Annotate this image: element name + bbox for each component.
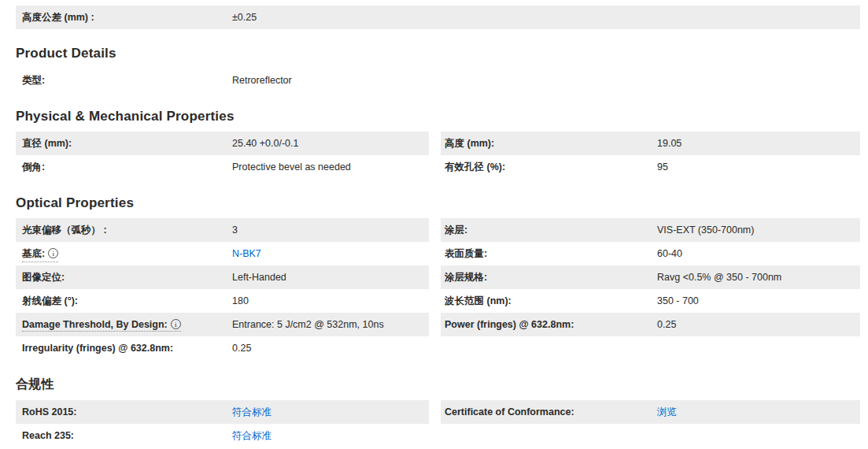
spec-label: Certificate of Conformance: (441, 400, 657, 424)
spec-row: 射线偏差 (°): 180 波长范围 (nm): 350 - 700 (16, 289, 860, 313)
spec-cell-left: 射线偏差 (°): 180 (16, 289, 429, 313)
spec-cell-left: Irregularity (fringes) @ 632.8nm: 0.25 (16, 336, 429, 360)
tooltip-label[interactable]: 基底: (22, 247, 58, 262)
spec-value: 3 (232, 224, 429, 236)
spec-cell-right: 涂层: VIS-EXT (350-700nm) (441, 218, 860, 242)
spec-label: Irregularity (fringes) @ 632.8nm: (16, 336, 232, 360)
spec-value: 符合标准 (232, 406, 429, 419)
spec-value: VIS-EXT (350-700nm) (657, 224, 860, 236)
spec-cell-right: Power (fringes) @ 632.8nm: 0.25 (441, 313, 860, 336)
spec-label: 直径 (mm): (16, 132, 232, 155)
spec-value: 0.25 (657, 319, 860, 330)
info-icon[interactable] (171, 319, 181, 329)
spec-row: 倒角: Protective bevel as needed 有效孔径 (%):… (16, 155, 860, 179)
spec-label: 射线偏差 (°): (16, 289, 232, 313)
section-heading-optical: Optical Properties (16, 195, 860, 211)
spec-value: 350 - 700 (657, 295, 860, 306)
spec-label: Damage Threshold, By Design: (16, 313, 232, 336)
section-heading-compliance: 合规性 (16, 377, 860, 393)
spec-value: Ravg <0.5% @ 350 - 700nm (657, 272, 860, 283)
spec-row: RoHS 2015: 符合标准 Certificate of Conforman… (16, 400, 860, 424)
column-divider (429, 313, 441, 336)
spec-cell-right: Certificate of Conformance: 浏览 (441, 400, 860, 424)
spec-table-compliance: RoHS 2015: 符合标准 Certificate of Conforman… (16, 400, 860, 447)
section-heading-physical-mechanical: Physical & Mechanical Properties (16, 109, 860, 124)
column-divider (429, 400, 441, 424)
spec-label: 类型: (16, 69, 232, 92)
column-divider (429, 155, 441, 179)
column-divider (429, 218, 441, 242)
spec-label: Power (fringes) @ 632.8nm: (441, 313, 657, 336)
spec-value: 60-40 (657, 248, 860, 259)
spec-value: Left-Handed (232, 272, 429, 283)
spec-row: 类型: Retroreflector (16, 69, 860, 92)
spec-row: 基底: N-BK7 表面质量: 60-40 (16, 242, 860, 265)
spec-label: 光束偏移（弧秒） : (16, 218, 232, 242)
spec-cell-right (441, 424, 860, 447)
spec-cell-left: 直径 (mm): 25.40 +0.0/-0.1 (16, 132, 429, 155)
info-icon[interactable] (48, 248, 58, 258)
spec-cell-right: 表面质量: 60-40 (441, 242, 860, 265)
spec-cell-left: RoHS 2015: 符合标准 (16, 400, 429, 424)
spec-label: 涂层规格: (441, 265, 657, 289)
spec-label: 图像定位: (16, 265, 232, 289)
spec-cell-right: 涂层规格: Ravg <0.5% @ 350 - 700nm (441, 265, 860, 289)
spec-row: Damage Threshold, By Design: Entrance: 5… (16, 313, 860, 336)
reach-compliance-link[interactable]: 符合标准 (232, 430, 271, 441)
spec-cell-left: 基底: N-BK7 (16, 242, 429, 265)
spec-page: 高度公差 (mm) : ±0.25 Product Details 类型: Re… (0, 0, 868, 447)
spec-cell-left: 图像定位: Left-Handed (16, 265, 429, 289)
spec-label: 波长范围 (nm): (441, 289, 657, 313)
spec-label: 有效孔径 (%): (441, 155, 657, 179)
spec-label: 涂层: (441, 218, 657, 242)
spec-value: 19.05 (657, 138, 860, 149)
spec-row: 光束偏移（弧秒） : 3 涂层: VIS-EXT (350-700nm) (16, 218, 860, 242)
section-heading-product-details: Product Details (16, 46, 860, 61)
spec-value: ±0.25 (232, 12, 860, 23)
spec-label: 基底: (16, 242, 232, 265)
column-divider (429, 289, 441, 313)
spec-cell-left: Reach 235: 符合标准 (16, 424, 429, 447)
rohs-compliance-link[interactable]: 符合标准 (232, 406, 271, 417)
certificate-browse-link[interactable]: 浏览 (657, 406, 677, 417)
spec-cell-right (441, 336, 860, 360)
spec-row: Reach 235: 符合标准 (16, 424, 860, 447)
spec-cell-right: 高度 (mm): 19.05 (441, 132, 860, 155)
column-divider (429, 265, 441, 289)
spec-label: 表面质量: (441, 242, 657, 265)
spec-row: 高度公差 (mm) : ±0.25 (16, 6, 860, 29)
spec-label: RoHS 2015: (16, 400, 232, 424)
spec-table-product-details: 类型: Retroreflector (16, 69, 860, 92)
spec-label: Reach 235: (16, 424, 232, 447)
spec-value: Retroreflector (232, 75, 860, 86)
spec-label: 倒角: (16, 155, 232, 179)
spec-value: Protective bevel as needed (232, 161, 429, 173)
spec-row: 图像定位: Left-Handed 涂层规格: Ravg <0.5% @ 350… (16, 265, 860, 289)
spec-table-continued: 高度公差 (mm) : ±0.25 (16, 6, 860, 29)
column-divider (429, 132, 441, 155)
tooltip-label[interactable]: Damage Threshold, By Design: (22, 319, 181, 332)
spec-cell-left: 光束偏移（弧秒） : 3 (16, 218, 429, 242)
spec-value: 浏览 (657, 406, 860, 419)
spec-row: 直径 (mm): 25.40 +0.0/-0.1 高度 (mm): 19.05 (16, 132, 860, 155)
spec-row: Irregularity (fringes) @ 632.8nm: 0.25 (16, 336, 860, 360)
spec-value: Entrance: 5 J/cm2 @ 532nm, 10ns (232, 319, 429, 330)
spec-cell-left: Damage Threshold, By Design: Entrance: 5… (16, 313, 429, 336)
column-divider (429, 336, 441, 360)
spec-label: 高度公差 (mm) : (16, 6, 232, 29)
spec-value: 0.25 (232, 343, 429, 354)
column-divider (429, 242, 441, 265)
substrate-link[interactable]: N-BK7 (232, 248, 261, 259)
spec-label: 高度 (mm): (441, 132, 657, 155)
spec-value: N-BK7 (232, 248, 429, 259)
spec-cell-left: 倒角: Protective bevel as needed (16, 155, 429, 179)
spec-value: 180 (232, 295, 429, 306)
spec-cell-right: 波长范围 (nm): 350 - 700 (441, 289, 860, 313)
spec-cell-right: 有效孔径 (%): 95 (441, 155, 860, 179)
column-divider (429, 424, 441, 447)
spec-table-optical: 光束偏移（弧秒） : 3 涂层: VIS-EXT (350-700nm) 基底:… (16, 218, 860, 360)
spec-table-physical-mechanical: 直径 (mm): 25.40 +0.0/-0.1 高度 (mm): 19.05 … (16, 132, 860, 179)
spec-value: 25.40 +0.0/-0.1 (232, 138, 429, 149)
spec-value: 符合标准 (232, 429, 429, 443)
spec-value: 95 (657, 161, 860, 173)
